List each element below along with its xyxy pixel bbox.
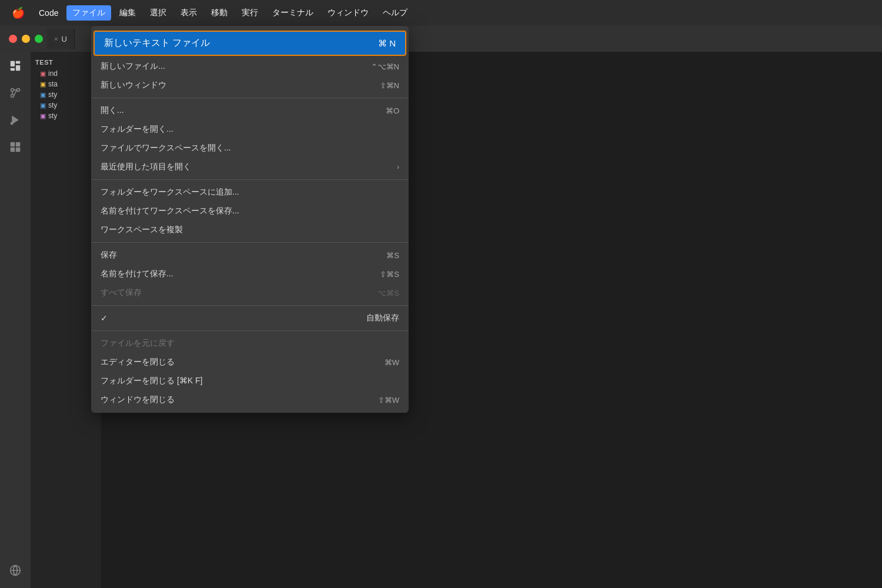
save-workspace-as-label: 名前を付けてワークスペースを保存... [101, 206, 239, 216]
new-text-file-label: 新しいテキスト ファイル [104, 37, 210, 49]
save-all-label: すべて保存 [101, 288, 142, 298]
auto-save-check-icon: ✓ [101, 313, 108, 323]
menu-terminal[interactable]: ターミナル [266, 5, 319, 21]
revert-file-row[interactable]: ファイルを元に戻す [91, 334, 409, 353]
separator-2 [91, 179, 409, 180]
new-text-file-row[interactable]: 新しいテキスト ファイル ⌘ N [95, 32, 405, 55]
close-window-shortcut: ⇧⌘W [378, 396, 399, 405]
new-window-label: 新しいウィンドウ [101, 80, 166, 91]
menu-go[interactable]: 移動 [205, 5, 233, 21]
separator-5 [91, 330, 409, 331]
open-folder-label: フォルダーを開く... [101, 124, 173, 135]
new-text-file-item[interactable]: 新しいテキスト ファイル ⌘ N [93, 31, 406, 56]
open-folder-row[interactable]: フォルダーを開く... [91, 120, 409, 139]
save-as-row[interactable]: 名前を付けて保存... ⇧⌘S [91, 265, 409, 283]
menubar: 🍎 Code ファイル 編集 選択 表示 移動 実行 ターミナル ウィンドウ ヘ… [0, 0, 882, 26]
save-row[interactable]: 保存 ⌘S [91, 246, 409, 265]
save-label: 保存 [101, 250, 117, 260]
new-window-shortcut: ⇧⌘N [380, 81, 399, 90]
menu-selection[interactable]: 選択 [144, 5, 172, 21]
duplicate-workspace-label: ワークスペースを複製 [101, 225, 183, 235]
menu-file[interactable]: ファイル [66, 5, 111, 21]
duplicate-workspace-row[interactable]: ワークスペースを複製 [91, 220, 409, 239]
menu-help[interactable]: ヘルプ [377, 5, 413, 21]
close-window-label: ウィンドウを閉じる [101, 395, 175, 405]
close-editor-shortcut: ⌘W [385, 358, 399, 367]
close-folder-row[interactable]: フォルダーを閉じる [⌘K F] [91, 372, 409, 390]
open-workspace-row[interactable]: ファイルでワークスペースを開く... [91, 139, 409, 158]
close-editor-label: エディターを閉じる [101, 357, 175, 368]
new-file-row[interactable]: 新しいファイル... ⌃⌥⌘N [91, 57, 409, 76]
add-folder-workspace-label: フォルダーをワークスペースに追加... [101, 187, 239, 198]
menu-edit[interactable]: 編集 [113, 5, 142, 21]
save-as-label: 名前を付けて保存... [101, 269, 173, 279]
new-text-file-shortcut: ⌘ N [378, 38, 396, 49]
add-folder-workspace-row[interactable]: フォルダーをワークスペースに追加... [91, 183, 409, 202]
close-editor-row[interactable]: エディターを閉じる ⌘W [91, 353, 409, 372]
new-window-row[interactable]: 新しいウィンドウ ⇧⌘N [91, 76, 409, 95]
save-as-shortcut: ⇧⌘S [380, 270, 399, 279]
open-recent-label: 最近使用した項目を開く [101, 162, 191, 172]
apple-logo-icon[interactable]: 🍎 [6, 6, 31, 19]
open-row[interactable]: 開く... ⌘O [91, 101, 409, 120]
save-all-shortcut: ⌥⌘S [377, 289, 399, 298]
file-dropdown-menu: 新しいテキスト ファイル ⌘ N 新しいファイル... ⌃⌥⌘N 新しいウィンド… [91, 26, 409, 413]
save-workspace-as-row[interactable]: 名前を付けてワークスペースを保存... [91, 202, 409, 220]
open-label: 開く... [101, 105, 124, 116]
menu-window[interactable]: ウィンドウ [322, 5, 375, 21]
open-recent-arrow-icon: › [397, 163, 399, 171]
new-file-shortcut: ⌃⌥⌘N [371, 62, 399, 71]
menu-overlay[interactable]: 新しいテキスト ファイル ⌘ N 新しいファイル... ⌃⌥⌘N 新しいウィンド… [0, 26, 882, 588]
revert-file-label: ファイルを元に戻す [101, 338, 175, 349]
menu-run[interactable]: 実行 [236, 5, 264, 21]
close-folder-label: フォルダーを閉じる [⌘K F] [101, 376, 202, 386]
menu-code[interactable]: Code [33, 6, 64, 20]
open-workspace-label: ファイルでワークスペースを開く... [101, 143, 231, 153]
new-file-label: 新しいファイル... [101, 61, 165, 72]
open-recent-row[interactable]: 最近使用した項目を開く › [91, 158, 409, 176]
separator-1 [91, 98, 409, 98]
separator-4 [91, 305, 409, 306]
save-shortcut: ⌘S [386, 251, 399, 260]
auto-save-label: 自動保存 [366, 313, 399, 323]
auto-save-row[interactable]: ✓ 自動保存 [91, 309, 409, 328]
save-all-row[interactable]: すべて保存 ⌥⌘S [91, 283, 409, 302]
open-shortcut: ⌘O [386, 106, 399, 115]
separator-3 [91, 242, 409, 243]
menu-view[interactable]: 表示 [175, 5, 203, 21]
close-window-row[interactable]: ウィンドウを閉じる ⇧⌘W [91, 390, 409, 409]
